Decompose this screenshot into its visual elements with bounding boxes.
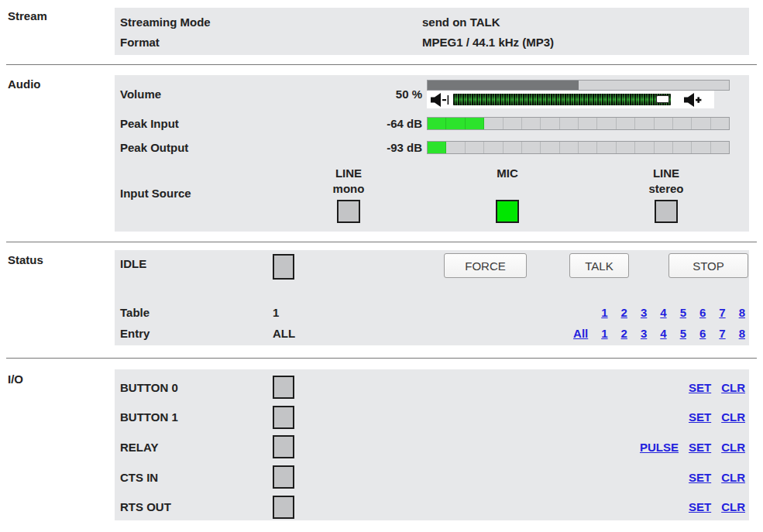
table-link-6[interactable]: 6	[699, 306, 706, 319]
io-link-clr[interactable]: CLR	[721, 500, 745, 513]
volume-row: Volume 50 %	[120, 80, 749, 108]
peak-input-row: Peak Input -64 dB	[120, 117, 749, 130]
peak-output-value: -93 dB	[345, 141, 422, 154]
input-source-option-mic: MIC	[473, 165, 542, 223]
peak-input-meter	[427, 117, 730, 130]
io-link-set[interactable]: SET	[689, 471, 711, 484]
meter-segment	[522, 118, 541, 129]
format-value: MPEG1 / 44.1 kHz (MP3)	[422, 36, 554, 49]
io-link-set[interactable]: SET	[689, 410, 711, 424]
meter-segment	[635, 142, 654, 153]
table-value: 1	[273, 306, 588, 319]
entry-link-3[interactable]: 3	[641, 327, 647, 340]
talk-button[interactable]: TALK	[569, 253, 629, 278]
device-status-page: Stream Streaming Mode send on TALK Forma…	[0, 0, 763, 532]
io-row-label: RTS OUT	[120, 500, 273, 513]
divider	[6, 358, 757, 359]
meter-segment	[597, 142, 616, 153]
io-link-set[interactable]: SET	[689, 441, 711, 454]
stream-row: Format MPEG1 / 44.1 kHz (MP3)	[120, 32, 749, 52]
peak-input-value: -64 dB	[345, 117, 422, 130]
entry-link-4[interactable]: 4	[660, 327, 666, 340]
meter-segment	[673, 142, 692, 153]
entry-link-5[interactable]: 5	[680, 327, 686, 340]
meter-segment	[560, 142, 579, 153]
volume-slider[interactable]	[427, 91, 714, 108]
force-button[interactable]: FORCE	[444, 253, 527, 278]
line-stereo-select-button[interactable]	[655, 200, 678, 223]
stop-button[interactable]: STOP	[668, 253, 748, 278]
input-source-option-line-stereo: LINE stereo	[631, 165, 701, 223]
io-link-set[interactable]: SET	[689, 500, 711, 513]
meter-segment	[655, 118, 673, 129]
meter-segment	[692, 142, 710, 153]
peak-output-row: Peak Output -93 dB	[120, 141, 749, 154]
meter-segment	[711, 142, 729, 153]
peak-output-meter	[427, 141, 730, 154]
option-sublabel	[473, 182, 542, 200]
io-link-pulse[interactable]: PULSE	[640, 441, 679, 454]
peak-input-label: Peak Input	[120, 117, 345, 130]
table-links: 12345678	[588, 306, 745, 319]
meter-segment	[466, 118, 484, 129]
stream-panel: Streaming Mode send on TALK Format MPEG1…	[115, 8, 749, 55]
io-row: RTS OUTSETCLR	[120, 492, 745, 522]
entry-link-1[interactable]: 1	[601, 327, 607, 340]
io-link-clr[interactable]: CLR	[721, 410, 745, 424]
meter-segment	[597, 118, 616, 129]
entry-links: All12345678	[560, 327, 745, 340]
entry-link-all[interactable]: All	[573, 327, 588, 340]
table-link-8[interactable]: 8	[739, 306, 745, 319]
table-label: Table	[120, 306, 273, 319]
volume-down-icon[interactable]	[431, 93, 449, 107]
status-state-text: IDLE	[120, 257, 146, 270]
table-link-2[interactable]: 2	[621, 306, 627, 319]
io-indicator	[273, 406, 294, 429]
entry-link-6[interactable]: 6	[699, 327, 706, 340]
volume-slider-track[interactable]	[453, 94, 671, 105]
line-mono-select-button[interactable]	[337, 200, 360, 223]
meter-segment	[579, 142, 597, 153]
streaming-mode-value: send on TALK	[422, 15, 500, 29]
volume-progress-fill	[428, 81, 579, 90]
io-indicator	[273, 435, 294, 458]
io-links: SETCLR	[679, 471, 745, 484]
io-link-clr[interactable]: CLR	[721, 381, 745, 394]
meter-segment	[541, 142, 559, 153]
section-label-io: I/O	[8, 372, 23, 386]
table-link-7[interactable]: 7	[719, 306, 725, 319]
volume-bar-stack	[427, 80, 730, 108]
peak-output-label: Peak Output	[120, 141, 345, 154]
input-source-option-line-mono: LINE mono	[314, 165, 383, 223]
io-panel: BUTTON 0SETCLRBUTTON 1SETCLRRELAYPULSESE…	[115, 369, 749, 520]
input-source-label: Input Source	[120, 187, 191, 200]
table-link-4[interactable]: 4	[660, 306, 666, 319]
volume-slider-handle[interactable]	[656, 95, 669, 103]
entry-link-2[interactable]: 2	[621, 327, 627, 340]
meter-segment	[617, 118, 635, 129]
io-link-clr[interactable]: CLR	[721, 441, 745, 454]
volume-label: Volume	[120, 88, 345, 101]
meter-segment	[522, 142, 541, 153]
io-row: CTS INSETCLR	[120, 462, 745, 493]
io-row: RELAYPULSESETCLR	[120, 432, 745, 462]
volume-up-icon[interactable]	[684, 93, 703, 107]
meter-segment	[428, 118, 446, 129]
meter-segment	[484, 118, 503, 129]
option-label: MIC	[473, 165, 542, 182]
entry-link-8[interactable]: 8	[739, 327, 745, 340]
volume-value: 50 %	[345, 88, 422, 101]
io-row-label: BUTTON 0	[120, 381, 273, 394]
mic-select-button[interactable]	[496, 200, 519, 223]
io-link-clr[interactable]: CLR	[721, 471, 745, 484]
table-link-3[interactable]: 3	[641, 306, 647, 319]
entry-link-7[interactable]: 7	[719, 327, 725, 340]
section-label-stream: Stream	[8, 9, 47, 22]
table-link-1[interactable]: 1	[601, 306, 607, 319]
io-row-label: RELAY	[120, 441, 273, 454]
table-row: Table 1 12345678	[120, 303, 745, 321]
io-links: SETCLR	[679, 381, 745, 394]
table-link-5[interactable]: 5	[680, 306, 686, 319]
option-sublabel: stereo	[631, 182, 701, 200]
io-link-set[interactable]: SET	[689, 381, 711, 394]
